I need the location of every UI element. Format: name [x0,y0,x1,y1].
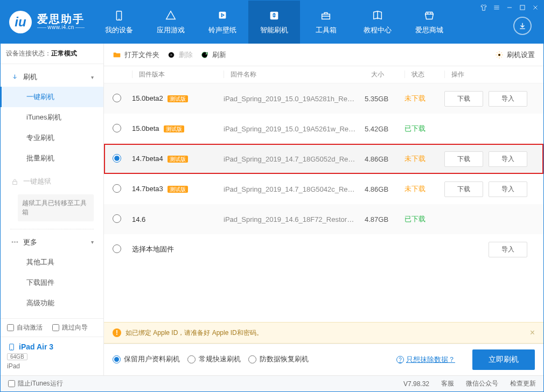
beta-tag: 测试版 [168,95,188,102]
version-label: V7.98.32 [403,380,429,388]
nav-device[interactable]: 我的设备 [93,1,145,44]
body: 设备连接状态：正常模式 刷机 ▾ 一键刷机 iTunes刷机 专业刷机 批量刷机… [1,44,543,375]
svg-rect-4 [520,5,525,10]
auto-activate-checkbox[interactable]: 自动激活 [7,323,43,332]
close-icon[interactable] [531,3,540,12]
sidebar: 设备连接状态：正常模式 刷机 ▾ 一键刷机 iTunes刷机 专业刷机 批量刷机… [1,44,104,375]
device-storage: 64GB [7,353,27,360]
delete-button[interactable]: 删除 [167,50,193,60]
support-link[interactable]: 客服 [441,379,454,388]
alert-close-button[interactable]: × [530,328,535,338]
firmware-radio[interactable] [113,124,121,132]
main-nav: 我的设备应用游戏铃声壁纸智能刷机工具箱教程中心爱思商城 [93,1,455,44]
firmware-version: 14.7beta3 [132,185,163,193]
firmware-status: 未下载 [404,94,444,103]
delete-icon [167,51,176,59]
device-info[interactable]: iPad Air 3 64GB iPad [1,337,103,375]
firmware-filename: iPad_Spring_2019_15.0_19A5261w_Restore.i… [224,125,365,133]
firmware-row[interactable]: 15.0beta2测试版iPad_Spring_2019_15.0_19A528… [104,83,543,114]
block-itunes-checkbox[interactable]: 阻止iTunes运行 [8,379,63,388]
flash-icon [10,73,19,81]
lock-icon [10,177,19,186]
sidebar-item-download-fw[interactable]: 下载固件 [1,272,103,293]
firmware-version: 15.0beta [132,124,159,132]
firmware-filename: iPad_Spring_2019_15.0_19A5281h_Restore.i… [224,95,365,103]
nav-toolbox[interactable]: 工具箱 [300,1,352,44]
firmware-icon [268,9,281,22]
flash-option-recover[interactable]: 防数据恢复刷机 [248,354,309,364]
chevron-down-icon: ▾ [91,74,94,80]
sidebar-item-pro-flash[interactable]: 专业刷机 [1,128,103,148]
device-icon [113,9,125,22]
sidebar-group-jailbreak: 一键越狱 [1,172,103,191]
svg-rect-1 [219,12,226,19]
download-manager-button[interactable] [513,17,532,35]
skip-guide-checkbox[interactable]: 跳过向导 [52,323,88,332]
firmware-size: 5.42GB [365,125,404,133]
sidebar-item-batch-flash[interactable]: 批量刷机 [1,148,103,169]
toolbar: 打开文件夹 删除 刷新 刷机设置 [104,44,543,66]
firmware-radio[interactable] [113,94,121,102]
check-update-link[interactable]: 检查更新 [510,379,536,388]
firmware-row[interactable]: 14.7beta4测试版iPad_Spring_2019_14.7_18G505… [104,144,543,174]
nav-tutorials[interactable]: 教程中心 [352,1,403,44]
maximize-icon[interactable] [518,3,527,12]
app-name: 爱思助手 [37,13,85,25]
sidebar-item-other-tools[interactable]: 其他工具 [1,252,103,272]
firmware-radio[interactable] [113,244,121,253]
flash-settings-button[interactable]: 刷机设置 [495,50,535,60]
sidebar-item-advanced[interactable]: 高级功能 [1,293,103,313]
window-controls [479,3,540,12]
firmware-radio[interactable] [113,214,121,223]
app-logo: iu 爱思助手 www.i4.cn [1,1,91,44]
nav-firmware[interactable]: 智能刷机 [248,1,300,44]
sidebar-item-oneclick-flash[interactable]: 一键刷机 [1,87,103,107]
jailbreak-note: 越狱工具已转移至工具箱 [18,194,94,221]
firmware-radio[interactable] [113,154,121,163]
skin-icon[interactable] [479,3,489,12]
sidebar-group-more[interactable]: 更多 ▾ [1,233,103,252]
firmware-filename: iPad_Spring_2019_14.7_18G5052d_Restore.i… [224,155,365,163]
beta-tag: 测试版 [168,156,188,163]
download-button[interactable]: 下载 [444,91,483,107]
minimize-icon[interactable] [505,3,514,12]
beta-tag: 测试版 [164,125,184,132]
folder-icon [113,51,121,59]
nav-apps[interactable]: 应用游戏 [145,1,197,44]
import-button[interactable]: 导入 [489,181,527,197]
flash-option-keep[interactable]: 保留用户资料刷机 [113,354,180,364]
tutorials-icon [371,9,384,22]
gear-icon [495,51,504,59]
flash-option-fast[interactable]: 常规快速刷机 [187,354,241,364]
import-button[interactable]: 导入 [489,151,527,167]
import-button[interactable]: 导入 [489,242,527,257]
flash-now-button[interactable]: 立即刷机 [472,349,535,370]
menu-icon[interactable] [492,3,501,12]
nav-ringtones[interactable]: 铃声壁纸 [197,1,248,44]
header: iu 爱思助手 www.i4.cn 我的设备应用游戏铃声壁纸智能刷机工具箱教程中… [1,1,543,44]
local-firmware-row[interactable]: 选择本地固件导入 [104,234,543,264]
firmware-status: 未下载 [404,154,444,164]
download-button[interactable]: 下载 [444,181,483,197]
erase-only-link[interactable]: ? 只想抹除数据？ [396,355,455,365]
sidebar-group-flash[interactable]: 刷机 ▾ [1,67,103,87]
action-bar: 保留用户资料刷机常规快速刷机防数据恢复刷机 ? 只想抹除数据？ 立即刷机 [104,344,543,375]
firmware-status: 已下载 [404,214,444,224]
firmware-table: 15.0beta2测试版iPad_Spring_2019_15.0_19A528… [104,83,543,322]
firmware-filename: iPad_Spring_2019_14.7_18G5042c_Restore.i… [224,185,365,193]
firmware-row[interactable]: 14.7beta3测试版iPad_Spring_2019_14.7_18G504… [104,174,543,204]
warning-icon: ! [113,328,121,337]
wechat-link[interactable]: 微信公众号 [466,379,498,388]
firmware-row[interactable]: 15.0beta测试版iPad_Spring_2019_15.0_19A5261… [104,114,543,144]
import-button[interactable]: 导入 [489,91,527,107]
nav-store[interactable]: 爱思商城 [403,1,455,44]
main-panel: 打开文件夹 删除 刷新 刷机设置 固件版本 固件名称 大小 状态 操作 15.0… [104,44,543,375]
sidebar-item-itunes-flash[interactable]: iTunes刷机 [1,107,103,128]
download-button[interactable]: 下载 [444,151,483,167]
refresh-button[interactable]: 刷新 [200,50,226,60]
info-icon: ? [396,356,404,363]
firmware-radio[interactable] [113,184,121,193]
firmware-row[interactable]: 14.6iPad_Spring_2019_14.6_18F72_Restore.… [104,204,543,234]
open-folder-button[interactable]: 打开文件夹 [113,50,159,60]
store-icon [423,9,436,22]
